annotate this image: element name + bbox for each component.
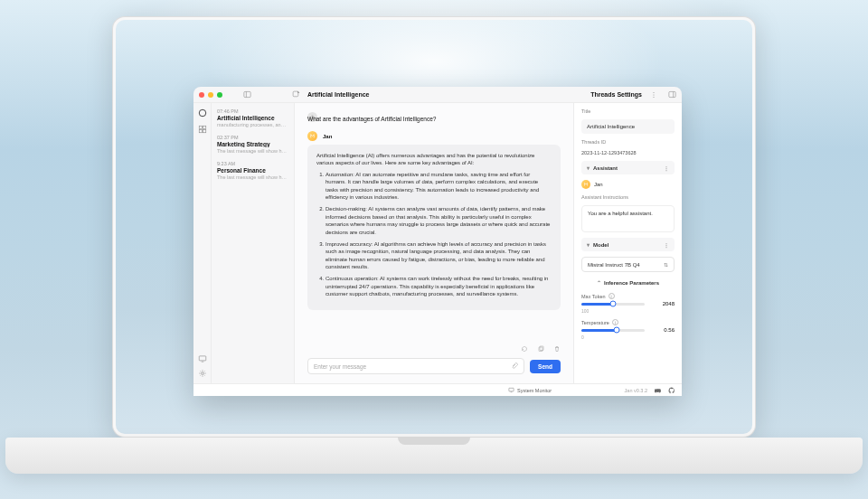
info-icon[interactable]: i <box>609 293 615 299</box>
thread-preview: The last message will show here <box>217 148 288 154</box>
temperature-value: 0.56 <box>664 327 675 333</box>
max-token-control: Max Token i 2048 100 <box>581 293 675 314</box>
instructions-textarea[interactable]: You are a helpful assistant. <box>581 205 675 232</box>
system-monitor-link[interactable]: System Monitor <box>508 387 552 393</box>
message-placeholder: Enter your message <box>314 363 505 370</box>
version-label: Jan v0.3.2 <box>625 388 647 393</box>
thread-time: 07:46 PM <box>217 108 288 114</box>
traffic-light-minimize[interactable] <box>208 92 213 98</box>
app-body: 07:46 PM Artificial Intelligence manufac… <box>193 103 682 383</box>
bot-message: Artificial Intelligence (AI) offers nume… <box>307 145 561 310</box>
thread-title: Marketing Strategy <box>217 141 288 147</box>
attach-icon[interactable] <box>511 362 518 370</box>
chevron-down-icon: ▾ <box>587 241 590 248</box>
svg-point-3 <box>654 92 655 93</box>
chat-scroll[interactable]: What are the advantages of Artificial In… <box>295 103 573 342</box>
max-token-slider[interactable] <box>581 303 645 306</box>
traffic-light-zoom[interactable] <box>217 92 222 98</box>
model-select[interactable]: Mistral Instruct 7B Q4 ⇅ <box>581 257 675 272</box>
assistant-section-label: Assistant <box>593 165 618 171</box>
bot-point: Improved accuracy: AI algorithms can ach… <box>326 240 552 271</box>
svg-rect-19 <box>509 388 514 391</box>
traffic-light-close[interactable] <box>199 92 204 98</box>
message-input[interactable]: Enter your message <box>307 358 524 374</box>
kebab-menu-icon[interactable]: ⋮ <box>664 241 669 248</box>
app-window: Artificial Intelligence Threads Settings <box>193 87 682 396</box>
thread-title-input[interactable]: Artificial Intelligence <box>581 119 675 134</box>
inference-params-header[interactable]: ⌃Inference Parameters <box>581 278 675 287</box>
monitor-icon <box>508 387 514 393</box>
discord-icon[interactable] <box>655 387 661 393</box>
max-token-min: 100 <box>581 308 589 314</box>
assistant-section-header[interactable]: ▾ Assistant ⋮ <box>581 161 675 174</box>
model-section-header[interactable]: ▾ Model ⋮ <box>581 238 675 251</box>
svg-rect-11 <box>199 130 202 133</box>
new-thread-icon[interactable] <box>291 90 300 99</box>
thread-preview: manufacturing processes, and s... <box>217 122 288 127</box>
svg-point-4 <box>654 94 655 95</box>
user-question: What are the advantages of Artificial In… <box>307 115 561 122</box>
svg-point-15 <box>201 372 203 375</box>
grid-nav-icon[interactable] <box>198 125 207 134</box>
svg-rect-10 <box>203 126 205 128</box>
select-updown-icon: ⇅ <box>664 261 668 268</box>
bot-avatar-icon <box>307 131 317 141</box>
info-icon[interactable]: i <box>612 319 618 325</box>
svg-rect-17 <box>539 347 542 352</box>
threads-id-label: Threads ID <box>581 139 675 145</box>
sidebar-toggle-icon[interactable] <box>242 90 251 99</box>
system-monitor-label: System Monitor <box>517 388 552 393</box>
panel-toggle-icon[interactable] <box>667 90 676 99</box>
svg-rect-12 <box>203 130 205 133</box>
nav-rail <box>193 103 212 383</box>
temperature-slider[interactable] <box>581 329 645 332</box>
laptop-frame: Artificial Intelligence Threads Settings <box>5 0 863 499</box>
svg-rect-9 <box>199 126 202 128</box>
thread-title: Artificial Intelligence <box>217 115 288 121</box>
regenerate-icon[interactable] <box>521 345 528 353</box>
svg-rect-18 <box>540 346 543 351</box>
chat-panel: What are the advantages of Artificial In… <box>295 103 573 383</box>
temperature-min: 0 <box>581 334 584 340</box>
svg-point-5 <box>654 97 655 98</box>
model-section-label: Model <box>593 242 609 248</box>
threads-id-value: 2023-11-12-1293473628 <box>581 150 675 155</box>
send-button[interactable]: Send <box>530 360 561 373</box>
thread-item[interactable]: 07:46 PM Artificial Intelligence manufac… <box>217 108 288 127</box>
thread-item[interactable]: 02:37 PM Marketing Strategy The last mes… <box>217 135 288 154</box>
threads-settings-label: Threads Settings <box>590 91 642 98</box>
kebab-menu-icon[interactable]: ⋮ <box>664 165 669 171</box>
monitor-nav-icon[interactable] <box>198 354 207 363</box>
thread-time: 02:37 PM <box>217 135 288 140</box>
model-selected-value: Mistral Instruct 7B Q4 <box>588 262 640 268</box>
screen: Artificial Intelligence Threads Settings <box>116 20 752 434</box>
assistant-avatar-icon <box>581 180 590 189</box>
thread-time: 9:23 AM <box>217 161 288 166</box>
settings-nav-icon[interactable] <box>198 369 207 378</box>
svg-rect-2 <box>293 91 298 97</box>
laptop-notch <box>398 438 470 445</box>
copy-icon[interactable] <box>537 345 544 353</box>
thread-item[interactable]: 9:23 AM Personal Finance The last messag… <box>217 161 288 180</box>
composer: Enter your message Send <box>295 353 573 383</box>
bot-name: Jan <box>323 134 332 139</box>
assistant-name: Jan <box>594 182 603 187</box>
title-label: Title <box>581 108 675 114</box>
instructions-label: Assistant Instructions <box>581 194 675 200</box>
threads-list: 07:46 PM Artificial Intelligence manufac… <box>212 103 295 383</box>
laptop-base <box>5 438 863 474</box>
chat-nav-icon[interactable] <box>198 108 207 118</box>
bot-intro: Artificial Intelligence (AI) offers nume… <box>316 152 552 167</box>
window-title: Artificial Intelligence <box>307 91 369 98</box>
github-icon[interactable] <box>668 387 675 393</box>
svg-point-8 <box>199 109 206 117</box>
temperature-label: Temperature <box>581 320 609 325</box>
bot-point: Continuous operation: AI systems can wor… <box>326 275 552 297</box>
screen-bezel: Artificial Intelligence Threads Settings <box>112 16 756 438</box>
svg-rect-13 <box>199 356 206 361</box>
max-token-value: 2048 <box>663 301 675 306</box>
titlebar: Artificial Intelligence Threads Settings <box>193 87 682 103</box>
max-token-label: Max Token <box>581 294 606 299</box>
kebab-menu-icon[interactable] <box>649 90 658 99</box>
delete-icon[interactable] <box>553 345 561 353</box>
